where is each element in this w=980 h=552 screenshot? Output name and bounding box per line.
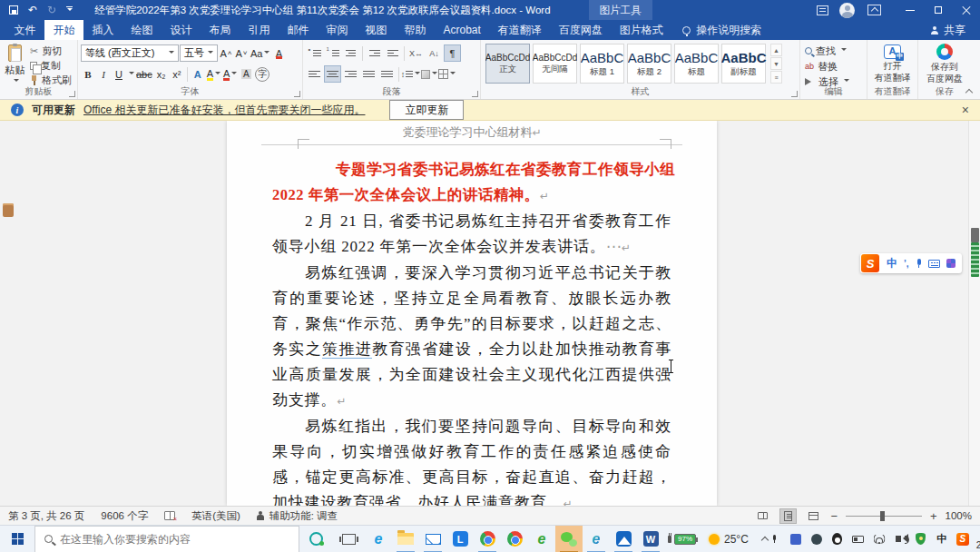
multilevel-list-button[interactable] <box>342 44 359 62</box>
sogou-ime-toolbar[interactable]: S 中 ’, <box>860 253 962 273</box>
paste-button[interactable]: 粘贴 <box>3 43 27 86</box>
tray-volume-icon[interactable] <box>894 533 906 546</box>
update-now-button[interactable]: 立即更新 <box>389 100 464 120</box>
read-mode-button[interactable] <box>754 508 771 524</box>
zoom-out-button[interactable]: − <box>830 509 838 523</box>
account-avatar[interactable] <box>839 3 855 18</box>
styles-scroll-down-icon[interactable]: ▼ <box>770 57 782 70</box>
styles-more-icon[interactable]: ≡ <box>770 71 782 84</box>
ime-chinese-mode[interactable]: 中 <box>887 256 897 271</box>
increase-indent-button[interactable] <box>384 44 401 62</box>
ime-keyboard-icon[interactable] <box>928 260 940 268</box>
taskbar-pc-manager[interactable]: L <box>446 526 474 552</box>
minimize-button[interactable] <box>896 0 924 20</box>
zoom-slider-thumb[interactable] <box>880 511 885 521</box>
scrollbar-thumb[interactable] <box>971 228 979 242</box>
paragraph-dialog-launcher[interactable] <box>472 91 478 97</box>
web-layout-button[interactable] <box>805 508 822 524</box>
cortana-button[interactable] <box>299 526 332 552</box>
tray-mic-icon[interactable] <box>769 533 781 546</box>
search-input[interactable] <box>60 533 289 546</box>
font-size-combo[interactable]: 五号 <box>180 44 218 62</box>
taskbar-ie-green[interactable]: e <box>528 526 555 552</box>
tell-me-search[interactable]: 操作说明搜索 <box>682 20 761 40</box>
tray-app-icon-1[interactable] <box>789 533 802 546</box>
tab-layout[interactable]: 布局 <box>201 20 240 40</box>
notification-close-icon[interactable]: × <box>962 104 969 116</box>
word-count[interactable]: 9606 个字 <box>101 509 148 523</box>
underline-button[interactable]: U <box>112 65 126 83</box>
ime-mic-icon[interactable] <box>916 259 922 268</box>
style-title[interactable]: AaBbC 标题 <box>674 44 719 84</box>
align-right-button[interactable] <box>342 65 359 83</box>
enclose-characters-button[interactable]: 字 <box>254 65 270 83</box>
print-layout-button[interactable] <box>779 508 797 524</box>
style-subtitle[interactable]: AaBbC 副标题 <box>721 44 766 84</box>
zoom-in-button[interactable]: + <box>930 509 937 523</box>
clear-formatting-button[interactable]: A <box>271 44 286 62</box>
strikethrough-button[interactable]: abc <box>135 65 153 83</box>
document-page[interactable]: 党委理论学习中心组材料↵ 专题学习省委书记易炼红在省委教育工作领导小组 2022… <box>227 121 717 506</box>
tab-home[interactable]: 开始 <box>44 20 83 40</box>
zoom-slider[interactable] <box>846 516 922 517</box>
font-color-button[interactable]: A <box>222 65 238 83</box>
tray-qq-icon[interactable] <box>831 533 844 546</box>
cut-button[interactable]: ✂剪切 <box>27 44 74 58</box>
tab-picture-format[interactable]: 图片格式 <box>611 20 671 40</box>
zoom-level[interactable]: 100% <box>946 510 972 521</box>
tab-design[interactable]: 设计 <box>162 20 201 40</box>
taskbar-mountain-app[interactable] <box>610 526 637 552</box>
find-button[interactable]: 查找 <box>803 44 864 58</box>
bold-button[interactable]: B <box>81 65 95 83</box>
weather-widget[interactable]: 25°C <box>709 533 749 546</box>
taskbar-search[interactable] <box>34 526 299 552</box>
borders-button[interactable] <box>438 65 456 83</box>
save-to-baidu-button[interactable]: 保存到 百度网盘 <box>921 43 968 84</box>
align-center-button[interactable] <box>324 65 341 83</box>
tab-draw[interactable]: 绘图 <box>122 20 162 40</box>
sort-button[interactable]: A↓ <box>426 44 443 62</box>
style-no-spacing[interactable]: AaBbCcDd 无间隔 <box>533 44 577 84</box>
text-effects-button[interactable]: A <box>191 65 205 83</box>
taskbar-browser-2[interactable] <box>501 526 528 552</box>
share-button[interactable]: 共享 <box>916 20 980 40</box>
focus-icon[interactable] <box>817 5 828 15</box>
styles-scroll-up-icon[interactable]: ▲ <box>770 44 782 56</box>
align-left-button[interactable] <box>306 65 323 83</box>
tab-review[interactable]: 审阅 <box>318 20 357 40</box>
font-dialog-launcher[interactable] <box>294 91 300 97</box>
tray-security-icon[interactable] <box>915 533 927 546</box>
ime-punctuation[interactable]: ’, <box>904 259 909 269</box>
proofing-errors-icon[interactable] <box>164 511 175 520</box>
line-spacing-button[interactable]: ↕ <box>402 65 419 83</box>
tab-insert[interactable]: 插入 <box>83 20 122 40</box>
battery-status[interactable]: 97% <box>668 534 696 545</box>
decrease-indent-button[interactable] <box>366 44 383 62</box>
tray-sogou-icon[interactable]: S <box>956 533 969 546</box>
restore-button[interactable] <box>924 0 952 20</box>
style-heading2[interactable]: AaBbC 标题 2 <box>627 44 671 84</box>
tab-view[interactable]: 视图 <box>357 20 396 40</box>
clipboard-dialog-launcher[interactable] <box>69 91 75 97</box>
highlight-button[interactable]: A <box>206 65 221 83</box>
taskbar-word[interactable]: W <box>637 526 664 552</box>
character-shading-button[interactable]: A <box>239 65 253 83</box>
justify-button[interactable] <box>360 65 377 83</box>
taskbar-wechat[interactable] <box>555 526 583 552</box>
bullets-button[interactable] <box>306 44 323 62</box>
notification-message-link[interactable]: Office 相关更新已准备好安装，但首先需要关闭一些应用。 <box>83 103 365 118</box>
page-indicator[interactable]: 第 3 页, 共 26 页 <box>8 509 84 523</box>
tab-youdao[interactable]: 有道翻译 <box>489 20 550 40</box>
ime-toolbox-icon[interactable] <box>946 259 956 268</box>
distribute-button[interactable] <box>378 65 396 83</box>
tray-ime-icon[interactable]: 中 <box>936 533 948 546</box>
task-view-button[interactable] <box>332 526 365 552</box>
taskbar-chrome[interactable] <box>474 526 501 552</box>
asian-layout-button[interactable]: X↔ <box>407 44 425 62</box>
replace-button[interactable]: ab替换 <box>803 59 864 74</box>
tray-app-icon-2[interactable] <box>810 533 823 546</box>
superscript-button[interactable]: x² <box>170 65 184 83</box>
taskbar-edge[interactable]: e <box>583 526 610 552</box>
tab-references[interactable]: 引用 <box>240 20 279 40</box>
taskbar-explorer[interactable] <box>392 526 419 552</box>
